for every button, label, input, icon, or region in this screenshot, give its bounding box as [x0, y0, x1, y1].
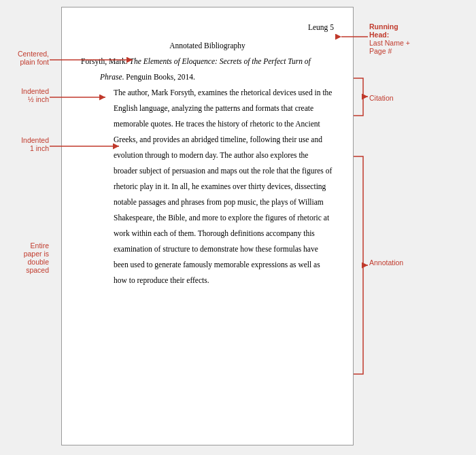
running-head: Leung 5 — [81, 20, 334, 35]
citation-block: Forsyth, Mark. The Elements of Eloquence… — [81, 54, 334, 85]
svg-text:Entire: Entire — [31, 241, 50, 250]
running-head-text: Leung 5 — [308, 23, 334, 31]
title-line: Annotated Bibliography — [81, 38, 334, 54]
citation-author: Forsyth, Mark. — [81, 57, 130, 65]
svg-text:1 inch: 1 inch — [30, 144, 49, 152]
paper-content: Leung 5 Annotated Bibliography Forsyth, … — [62, 7, 353, 301]
svg-text:spaced: spaced — [26, 266, 49, 274]
svg-text:double: double — [27, 258, 49, 266]
svg-text:Indented: Indented — [21, 87, 49, 95]
paper: Leung 5 Annotated Bibliography Forsyth, … — [61, 7, 354, 445]
svg-text:Indented: Indented — [21, 136, 49, 144]
svg-text:Head:: Head: — [369, 31, 389, 39]
svg-text:Running: Running — [369, 22, 398, 31]
citation-publisher: . Penguin Books, 2014. — [122, 73, 195, 81]
svg-text:Annotation: Annotation — [369, 258, 403, 267]
annotation-text: The author, Mark Forsyth, examines the r… — [114, 88, 332, 284]
svg-text:½ inch: ½ inch — [28, 95, 49, 103]
svg-text:Page #: Page # — [369, 47, 392, 55]
annotation-block: The author, Mark Forsyth, examines the r… — [81, 85, 334, 288]
svg-text:plain font: plain font — [20, 58, 49, 66]
title-text: Annotated Bibliography — [169, 41, 245, 50]
svg-text:paper is: paper is — [24, 250, 49, 258]
svg-text:Last Name +: Last Name + — [369, 39, 410, 47]
svg-text:Citation: Citation — [369, 94, 394, 102]
svg-text:Centered,: Centered, — [18, 50, 49, 58]
page-wrapper: Leung 5 Annotated Bibliography Forsyth, … — [61, 7, 408, 445]
